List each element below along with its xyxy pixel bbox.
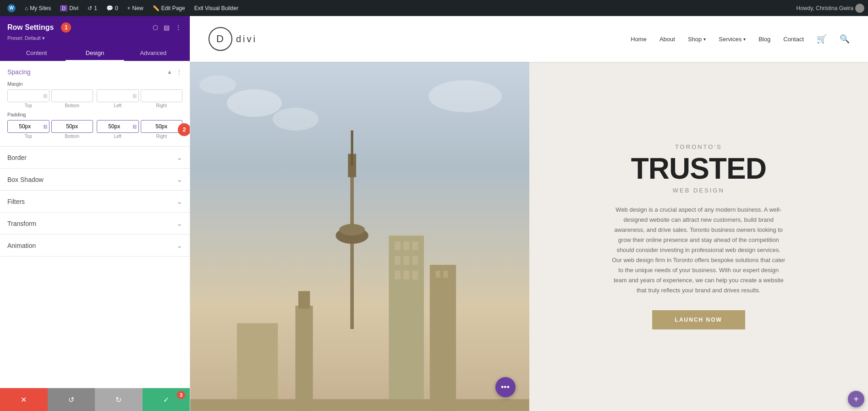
redo-button[interactable]: ↻ — [95, 388, 143, 411]
padding-lr: ⛓ Left Right 2 — [97, 120, 182, 139]
padding-bottom-label: Bottom — [65, 134, 79, 139]
my-sites-label: My Sites — [30, 5, 51, 11]
margin-bottom-input[interactable] — [52, 93, 93, 99]
box-shadow-title: Box Shadow — [7, 176, 44, 183]
panel-tabs: Content Design Advanced — [7, 46, 182, 61]
border-section[interactable]: Border — [0, 147, 190, 169]
padding-left-field: ⛓ Left — [97, 120, 139, 139]
launch-now-button[interactable]: LAUNCH NOW — [652, 310, 745, 329]
spacing-collapse-icon[interactable]: ▲ — [167, 69, 172, 75]
panel-title-icons: ⬡ ▤ ⋮ — [152, 23, 182, 32]
filters-section[interactable]: Filters — [0, 191, 190, 213]
svg-rect-12 — [395, 271, 401, 279]
undo-button[interactable]: ↺ — [48, 388, 95, 411]
animation-section[interactable]: Animation — [0, 235, 190, 257]
my-sites-item[interactable]: ⌂ My Sites — [21, 0, 55, 16]
padding-top-label: Top — [25, 134, 32, 139]
redo-icon: ↻ — [115, 395, 121, 404]
nav-contact[interactable]: Contact — [783, 36, 804, 43]
padding-top-field: ⛓ Top — [7, 120, 49, 139]
margin-top-input[interactable] — [8, 93, 42, 99]
margin-right-input-wrap — [141, 89, 183, 102]
svg-rect-21 — [190, 400, 529, 411]
add-section-button[interactable]: + — [848, 391, 864, 407]
transform-title: Transform — [7, 220, 36, 227]
nav-about[interactable]: About — [659, 36, 675, 43]
margin-tb-link-icon[interactable]: ⛓ — [42, 89, 49, 102]
spacing-section-actions: ▲ ⋮ — [167, 68, 182, 76]
padding-tb-link-icon[interactable]: ⛓ — [42, 120, 49, 133]
wp-logo-item[interactable]: W — [4, 0, 19, 16]
cart-icon[interactable]: 🛒 — [817, 34, 827, 44]
new-item[interactable]: + New — [124, 0, 147, 16]
hero-image: ••• — [190, 62, 529, 411]
nav-blog[interactable]: Blog — [758, 36, 770, 43]
loop-item[interactable]: ↺ 1 — [84, 0, 101, 16]
margin-right-field: Right — [141, 89, 183, 108]
cloud-2 — [429, 80, 502, 112]
padding-top-input[interactable] — [8, 123, 42, 130]
plus-icon: + — [127, 5, 131, 11]
float-dots-button[interactable]: ••• — [495, 377, 516, 397]
margin-fields: ⛓ Top Bottom — [7, 89, 182, 108]
divi-label: Divi — [69, 5, 78, 11]
border-chevron-icon — [176, 153, 182, 162]
margin-label: Margin — [7, 81, 182, 87]
transform-section[interactable]: Transform — [0, 213, 190, 235]
divi-icon: D — [60, 5, 67, 11]
svg-rect-4 — [351, 131, 353, 166]
nav-shop[interactable]: Shop — [688, 36, 706, 43]
margin-left-input[interactable] — [97, 93, 132, 99]
hero-content: TORONTO'S TRUSTED WEB DESIGN Web design … — [529, 62, 868, 411]
padding-lr-link-icon[interactable]: ⛓ — [132, 120, 138, 133]
margin-right-label: Right — [156, 103, 167, 108]
site-nav-links: Home About Shop Services Blog Contact 🛒 — [631, 34, 850, 44]
panel-body: Spacing ▲ ⋮ Margin — [0, 61, 190, 388]
comment-icon: 💬 — [106, 5, 113, 11]
margin-group: Margin ⛓ Top — [7, 81, 182, 108]
more-icon[interactable]: ⋮ — [174, 23, 182, 32]
comment-item[interactable]: 💬 0 — [103, 0, 122, 16]
spacing-menu-icon[interactable]: ⋮ — [176, 68, 182, 76]
svg-rect-9 — [395, 256, 401, 265]
edit-page-item[interactable]: ✏️ Edit Page — [149, 0, 189, 16]
padding-right-input[interactable] — [141, 123, 182, 130]
margin-left-field: ⛓ Left — [97, 89, 139, 108]
city-svg — [190, 114, 529, 411]
tab-design[interactable]: Design — [66, 46, 124, 61]
box-shadow-section[interactable]: Box Shadow — [0, 169, 190, 191]
nav-home[interactable]: Home — [631, 36, 647, 43]
padding-bottom-input[interactable] — [52, 123, 93, 130]
undo-icon: ↺ — [68, 395, 74, 404]
padding-label: Padding — [7, 112, 182, 117]
left-panel: Row Settings 1 ⬡ ▤ ⋮ Preset: Default ▾ C… — [0, 16, 190, 411]
hero-section: ••• TORONTO'S TRUSTED WEB DESIGN Web des… — [190, 62, 868, 411]
user-avatar — [855, 4, 864, 13]
expand-icon[interactable]: ⬡ — [152, 23, 159, 32]
divi-item[interactable]: D Divi — [56, 0, 82, 16]
cloud-4 — [199, 76, 236, 94]
save-button[interactable]: ✓ 3 — [143, 388, 190, 411]
svg-rect-14 — [412, 271, 418, 279]
padding-left-input[interactable] — [97, 123, 132, 130]
svg-rect-8 — [412, 241, 418, 250]
site-nav: D divi Home About Shop Services Blog — [190, 16, 868, 62]
preset-row: Preset: Default ▾ — [7, 35, 182, 41]
tab-advanced[interactable]: Advanced — [124, 46, 182, 61]
search-icon[interactable]: 🔍 — [840, 34, 850, 44]
preset-label: Preset: Default — [7, 35, 41, 41]
save-icon: ✓ — [163, 395, 169, 404]
svg-point-3 — [339, 224, 365, 236]
exit-visual-builder-item[interactable]: Exit Visual Builder — [191, 0, 242, 16]
hero-body: Web design is a crucial aspect of any mo… — [611, 205, 786, 296]
tab-content[interactable]: Content — [7, 46, 66, 61]
margin-lr-link-icon[interactable]: ⛓ — [132, 89, 138, 102]
margin-right-input[interactable] — [141, 93, 182, 99]
nav-services[interactable]: Services — [719, 36, 746, 43]
loop-count: 1 — [94, 5, 97, 11]
hero-pre-title: TORONTO'S — [675, 143, 722, 150]
border-title: Border — [7, 154, 27, 161]
layout-icon[interactable]: ▤ — [163, 23, 170, 32]
cancel-button[interactable]: ✕ — [0, 388, 48, 411]
site-preview: D divi Home About Shop Services Blog — [190, 16, 868, 411]
